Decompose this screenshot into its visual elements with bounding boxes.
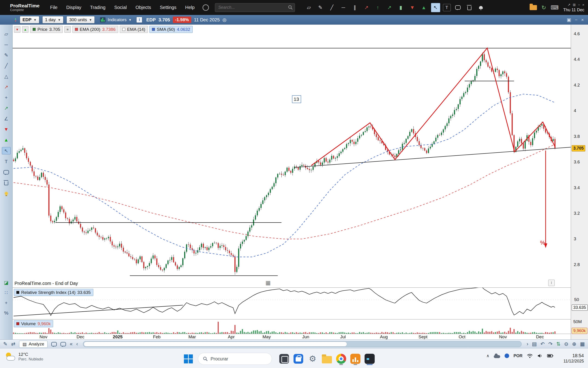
percent-icon[interactable]: % [2,310,10,316]
red-arrow-icon[interactable]: ↗ [362,3,371,12]
layout-icon[interactable]: ⊞ [573,3,576,7]
minimize-chart-icon[interactable]: − [575,17,578,23]
volume-icon[interactable] [537,353,543,358]
menu-display[interactable]: Display [66,5,81,10]
calendar-icon[interactable]: ▦ [265,280,271,286]
arrow-green-icon[interactable]: ↗ [2,105,10,112]
freehand-icon[interactable]: ✎ [316,3,325,12]
price-axis[interactable]: 3.705 50 33.635 50M 9,960k 4.64.44.243.8… [571,25,588,340]
trash-icon[interactable] [465,3,474,12]
line-icon[interactable]: ╱ [328,3,336,12]
hline-icon[interactable]: ─ [339,3,348,12]
comment-icon[interactable] [51,342,57,346]
menu-social[interactable]: Social [114,5,127,10]
start-button[interactable] [184,354,193,363]
trendline-icon[interactable]: ╱ [2,62,10,69]
sell-marker-icon[interactable]: ▼ [408,3,417,12]
search-input[interactable] [215,3,295,12]
keyboard-icon[interactable]: ⌨ [551,4,559,11]
print-icon[interactable]: ▤ [532,341,537,347]
terminal-app-icon[interactable] [362,352,377,365]
buy-button[interactable]: ▲ [22,26,28,33]
measure-icon[interactable]: ∠ [2,115,10,122]
idea-icon[interactable] [2,190,10,197]
chat-icon[interactable] [454,3,462,12]
draw-icon[interactable]: ✎ [3,341,7,347]
menu-trading[interactable]: Trading [90,5,105,10]
redo-icon[interactable]: ↷ [548,341,552,347]
analyze-button[interactable]: ▤ Analyze [19,340,48,348]
crosshair-icon[interactable]: + [2,94,10,101]
scroll-right-icon[interactable]: › [527,341,528,347]
share-icon[interactable]: ⇄ [11,341,15,347]
zoom-out-icon[interactable]: ⊖ [564,341,568,347]
indicators-button[interactable]: Indicators▼ [100,17,132,22]
workspace-folder-icon[interactable] [530,5,537,10]
volume-panel[interactable]: Volume9,960k [13,319,571,334]
rsi-panel[interactable]: Relative Strength Index (14)33.635 [13,287,571,319]
move-icon[interactable]: + [2,299,10,306]
buy-marker-icon[interactable]: ▲ [420,3,428,12]
prorealtime-icon[interactable] [348,352,362,365]
legend-price[interactable]: Price3.705 [30,26,63,33]
units-select[interactable]: 300 units▼ [66,16,95,23]
cursor-icon[interactable]: ↖ [431,3,440,12]
chart-green-icon[interactable]: ◪ [2,279,10,286]
battery-icon[interactable] [547,354,553,358]
transfer-icon[interactable]: ⇅ [556,341,561,347]
store-icon[interactable] [291,352,306,365]
chart-info-icon[interactable]: i [548,280,555,286]
undo-icon[interactable]: ↶ [540,341,544,347]
buy-arrow-icon[interactable]: ▲ [2,137,10,143]
tray-chevron-icon[interactable]: ∧ [486,353,489,358]
legend-ema14[interactable]: EMA (14) [120,26,148,33]
cursor-icon[interactable]: ↖ [2,147,11,154]
candle-tool-icon[interactable]: ▮ [396,3,405,12]
taskbar-clock[interactable]: 18:54 11/12/2025 [563,353,584,364]
menu-settings[interactable]: Settings [160,5,176,10]
chrome-icon[interactable] [334,352,348,365]
security-icon[interactable] [505,353,509,358]
ruler-icon[interactable]: ▱ [2,31,10,37]
up-arrow-icon[interactable]: ↑ [374,3,382,12]
sell-button[interactable]: ▼ [14,26,20,33]
channel-icon[interactable]: ∥ [351,3,359,12]
menu-file[interactable]: File [50,5,57,10]
trash-icon[interactable] [2,179,10,186]
taskbar-search[interactable]: Procurar [198,353,272,365]
dots-grid-icon[interactable]: ∷ [2,289,10,296]
close-icon[interactable]: × [582,3,584,7]
candlestick-chart-panel[interactable]: ▼ ▲ Price3.705 ≡ EMA (200)3.7386 EMA (14… [13,25,571,287]
chart-scrollbar[interactable] [83,341,522,347]
onedrive-icon[interactable] [494,355,500,358]
grid-view-icon[interactable]: ▦ [580,341,585,347]
menu-help[interactable]: Help [185,5,194,10]
wifi-icon[interactable] [527,353,533,358]
settings-gear-icon[interactable]: ⚙ [306,352,320,365]
bubble-tool-icon[interactable] [2,169,10,175]
angle-icon[interactable]: △ [2,73,10,80]
info-icon[interactable]: i [136,17,142,23]
zoom-in-icon[interactable]: ⊕ [572,341,576,347]
language-indicator[interactable]: POR [514,353,522,358]
sell-arrow-icon[interactable]: ▼ [2,126,10,133]
scroll-start-icon[interactable]: « [70,341,72,347]
pencil-icon[interactable]: ✎ [2,52,10,59]
menu-objects[interactable]: Objects [135,5,151,10]
alerts-icon[interactable] [476,3,485,12]
detach-icon[interactable]: ↗ [568,3,570,7]
ruler-icon[interactable]: ▱ [305,3,313,12]
close-chart-icon[interactable]: × [581,17,584,23]
diag-arrow-icon[interactable]: ↗ [385,3,394,12]
timeframe-select[interactable]: 1 day▼ [42,16,63,23]
minimize-icon[interactable]: − [578,3,580,7]
segment-icon[interactable]: ─ [2,41,10,48]
legend-sma50[interactable]: SMA (50)4.0632 [149,26,193,33]
refresh-icon[interactable]: ↻ [542,4,546,11]
rsi-legend[interactable]: Relative Strength Index (14)33.635 [14,289,93,296]
help-ring-icon[interactable] [202,4,209,11]
symbol-select[interactable]: EDP▼ [20,16,39,23]
list-button[interactable]: ≡ [64,26,71,33]
file-explorer-icon[interactable] [320,352,334,365]
chat-icon[interactable] [61,342,66,346]
